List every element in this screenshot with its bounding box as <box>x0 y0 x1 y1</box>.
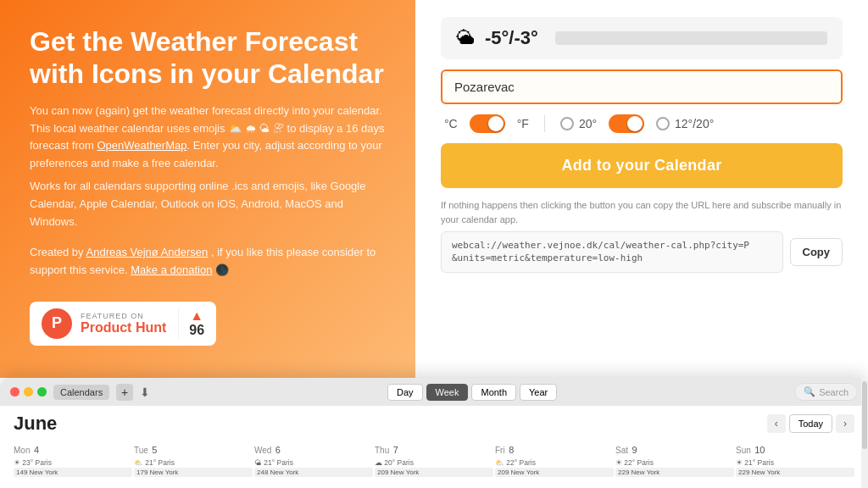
temperature-display: -5°/-3° <box>485 27 538 49</box>
high-temp-label: 12°/20° <box>675 117 714 130</box>
main-heading: Get the Weather Forecast with Icons in y… <box>30 25 386 91</box>
location-blurred <box>555 31 827 45</box>
right-panel: 🌥 -5°/-3° °C °F 20° <box>415 0 868 378</box>
copy-section: If nothing happens then clicking the but… <box>441 198 843 273</box>
low-temp-label: 20° <box>579 117 597 130</box>
description-para-1: You can now (again) get the weather fore… <box>30 103 386 173</box>
calendars-button[interactable]: Calendars <box>53 385 109 400</box>
day-view-button[interactable]: Day <box>387 384 423 401</box>
product-hunt-score: ▲ 96 <box>178 309 204 338</box>
day-col-wed: Wed 6 <box>254 441 373 457</box>
day-col-fri: Fri 8 <box>495 441 614 457</box>
weather-bar: 🌥 -5°/-3° <box>441 17 843 59</box>
city-input[interactable] <box>441 69 843 104</box>
calendar-month-nav: ‹ Today › <box>767 414 854 433</box>
high-temp-radio[interactable]: 12°/20° <box>656 117 714 130</box>
ph-score-number: 96 <box>189 323 204 338</box>
calendar-events-row: ☀ 23° Paris 149 New York ⛅ 21° Paris 179… <box>14 458 854 477</box>
day-col-sat: Sat 9 <box>615 441 734 457</box>
prev-month-button[interactable]: ‹ <box>767 414 786 433</box>
weather-icon: 🌥 <box>456 27 475 49</box>
openweathermap-link[interactable]: OpenWeatherMap <box>97 139 186 152</box>
product-hunt-text: FEATURED ON Product Hunt <box>81 312 166 336</box>
upvote-arrow-icon: ▲ <box>190 309 203 323</box>
add-calendar-button[interactable]: + <box>116 384 133 401</box>
calendar-view-nav: Day Week Month Year <box>157 384 787 401</box>
calendar-month-header: June ‹ Today › <box>14 413 854 435</box>
celsius-fahrenheit-toggle[interactable] <box>470 114 505 133</box>
donate-emoji: 🌑 <box>215 263 229 276</box>
description-para-2: Works for all calendars supporting onlin… <box>30 178 386 230</box>
calendar-toolbar: Calendars + ⬇ Day Week Month Year 🔍 Sear… <box>0 378 868 406</box>
scrollbar-thumb <box>862 381 867 449</box>
separator-1 <box>544 115 545 132</box>
day-col-thu: Thu 7 <box>375 441 493 457</box>
day-col-sun: Sun 10 <box>736 441 854 457</box>
product-hunt-badge[interactable]: P FEATURED ON Product Hunt ▲ 96 <box>30 302 216 346</box>
product-hunt-icon: P <box>42 308 72 339</box>
calendar-body: June ‹ Today › Mon 4 Tue 5 Wed 6 Thu 7 F… <box>0 406 868 480</box>
maximize-traffic-light[interactable] <box>37 387 47 396</box>
copy-help-text: If nothing happens then clicking the but… <box>441 198 843 226</box>
today-button[interactable]: Today <box>789 414 832 433</box>
next-month-button[interactable]: › <box>836 414 854 433</box>
day-col-tue: Tue 5 <box>134 441 253 457</box>
toggle-thumb <box>488 116 504 131</box>
close-traffic-light[interactable] <box>10 387 19 396</box>
description-para-3: Created by Andreas Vejnø Andersen , if y… <box>30 244 386 280</box>
event-cell-fri: ⛅ 22° Paris 209 New York <box>495 458 614 477</box>
fahrenheit-label: °F <box>517 117 529 130</box>
week-view-button[interactable]: Week <box>426 384 469 401</box>
scrollbar[interactable] <box>861 378 868 488</box>
radio-high-icon <box>656 117 670 130</box>
copy-row: webcal://weather.vejnoe.dk/cal/weather-c… <box>441 231 843 273</box>
minimize-traffic-light[interactable] <box>24 387 33 396</box>
product-hunt-name: Product Hunt <box>81 320 166 336</box>
download-icon[interactable]: ⬇ <box>140 385 150 399</box>
url-display: webcal://weather.vejnoe.dk/cal/weather-c… <box>441 231 783 273</box>
event-cell-thu: ☁ 20° Paris 209 New York <box>375 458 493 477</box>
featured-on-label: FEATURED ON <box>81 312 166 320</box>
event-cell-mon: ☀ 23° Paris 149 New York <box>14 458 132 477</box>
low-temp-radio[interactable]: 20° <box>560 117 597 130</box>
toggle-thumb-2 <box>627 116 643 131</box>
calendar-days-header: Mon 4 Tue 5 Wed 6 Thu 7 Fri 8 Sat 9 Sun … <box>14 441 854 457</box>
copy-button[interactable]: Copy <box>790 238 843 266</box>
units-row: °C °F 20° 12°/20° <box>441 114 843 133</box>
search-placeholder: Search <box>819 387 849 397</box>
traffic-lights <box>10 387 47 396</box>
calendar-search[interactable]: 🔍 Search <box>794 383 858 401</box>
low-high-toggle[interactable] <box>609 114 644 133</box>
donate-link[interactable]: Make a donation <box>131 263 212 276</box>
year-view-button[interactable]: Year <box>520 384 557 401</box>
event-cell-tue: ⛅ 21° Paris 179 New York <box>134 458 253 477</box>
event-cell-wed: 🌤 21° Paris 248 New York <box>254 458 373 477</box>
calendar-preview: Calendars + ⬇ Day Week Month Year 🔍 Sear… <box>0 378 868 488</box>
calendar-month-title: June <box>14 413 57 435</box>
search-icon: 🔍 <box>804 386 815 397</box>
month-view-button[interactable]: Month <box>471 384 516 401</box>
event-cell-sun: ☀ 21° Paris 229 New York <box>736 458 854 477</box>
add-to-calendar-button[interactable]: Add to your Calendar <box>441 143 843 188</box>
day-col-mon: Mon 4 <box>14 441 132 457</box>
created-by-label: Created by <box>30 246 84 258</box>
event-cell-sat: ☀ 22° Paris 229 New York <box>615 458 734 477</box>
left-panel: Get the Weather Forecast with Icons in y… <box>0 0 415 378</box>
radio-low-icon <box>560 117 574 130</box>
celsius-label: °C <box>444 117 458 130</box>
author-link[interactable]: Andreas Vejnø Andersen <box>86 246 209 258</box>
